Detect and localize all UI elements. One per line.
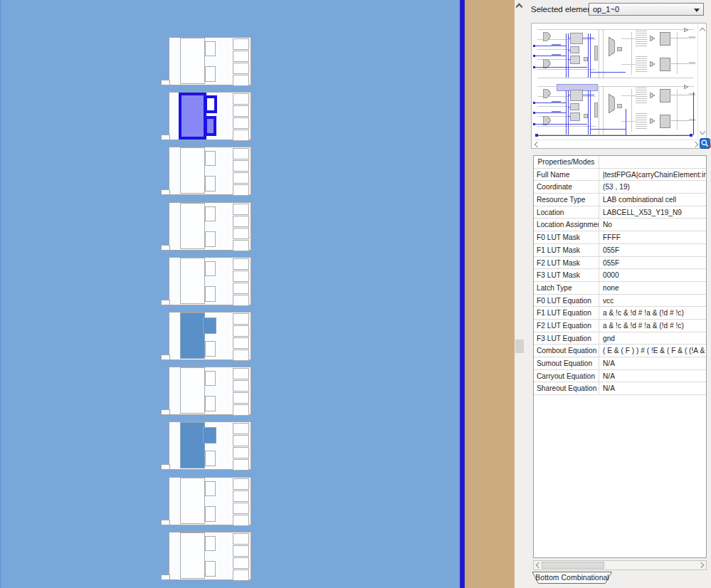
mid-upper-block[interactable] (203, 427, 216, 443)
scrollbar-thumb[interactable] (542, 562, 604, 569)
property-row[interactable]: F2 LUT Mask 055F (534, 257, 706, 270)
property-row[interactable]: Location Assignment No (534, 219, 706, 231)
register-block[interactable] (233, 228, 249, 239)
register-block[interactable] (233, 392, 249, 404)
mid-lower-block[interactable] (205, 561, 216, 577)
register-block[interactable] (233, 130, 249, 141)
register-block[interactable] (233, 105, 249, 117)
property-row[interactable]: Carryout Equation N/A (534, 370, 706, 383)
property-row[interactable]: Shareout Equation N/A (534, 382, 706, 395)
register-block[interactable] (233, 545, 249, 557)
register-block[interactable] (233, 459, 249, 471)
lut-block[interactable] (180, 258, 205, 304)
register-block[interactable] (233, 63, 249, 74)
lab-cell[interactable] (169, 202, 251, 251)
selected-elements-dropdown[interactable]: op_1~0 (589, 3, 704, 16)
lab-cell[interactable] (169, 367, 251, 415)
mid-upper-block[interactable] (204, 95, 217, 113)
register-block[interactable] (233, 557, 249, 569)
register-block[interactable] (233, 240, 249, 251)
lut-block[interactable] (180, 313, 205, 359)
mid-lower-block[interactable] (205, 451, 216, 466)
property-row[interactable]: F3 LUT Equation gnd (534, 332, 706, 345)
mid-lower-block[interactable] (205, 506, 216, 522)
lut-block[interactable] (180, 532, 205, 579)
register-block[interactable] (233, 380, 249, 392)
property-row[interactable]: Coordinate (53 , 19) (534, 181, 706, 194)
mid-upper-block[interactable] (205, 536, 216, 551)
register-block[interactable] (233, 435, 249, 446)
property-row[interactable]: Location LABCELL_X53_Y19_N9 (534, 206, 706, 219)
register-block[interactable] (233, 404, 249, 416)
property-row[interactable]: F0 LUT Mask FFFF (534, 231, 706, 244)
schematic-overview[interactable] (531, 23, 707, 149)
splitter-handle[interactable] (515, 340, 524, 353)
register-block[interactable] (233, 271, 249, 282)
mid-upper-block[interactable] (205, 261, 216, 276)
register-block[interactable] (233, 93, 249, 105)
register-block[interactable] (233, 368, 249, 379)
property-row[interactable]: Latch Type none (534, 282, 706, 295)
property-row[interactable]: Combout Equation ( E & ( F ) ) # ( !E & … (534, 345, 706, 357)
zoom-tool-icon[interactable] (700, 138, 711, 149)
mid-upper-block[interactable] (205, 151, 216, 166)
register-block[interactable] (233, 569, 249, 581)
mid-upper-block[interactable] (203, 317, 216, 334)
lut-block[interactable] (180, 203, 205, 249)
register-block[interactable] (233, 38, 249, 50)
mid-lower-block[interactable] (205, 66, 216, 82)
register-block[interactable] (233, 325, 249, 337)
mid-upper-block[interactable] (205, 206, 216, 221)
register-block[interactable] (233, 350, 249, 361)
register-block[interactable] (233, 216, 249, 227)
register-block[interactable] (233, 447, 249, 458)
lab-cell[interactable] (169, 92, 251, 140)
scroll-down-icon[interactable] (700, 129, 705, 135)
lab-cell[interactable] (169, 312, 251, 360)
lab-cell[interactable] (169, 477, 251, 525)
scroll-right-icon[interactable] (692, 142, 698, 147)
mid-lower-block[interactable] (205, 231, 216, 247)
register-block[interactable] (233, 258, 249, 270)
property-row[interactable]: F3 LUT Mask 0000 (534, 269, 706, 282)
lab-cell[interactable] (169, 37, 251, 85)
register-block[interactable] (233, 533, 249, 545)
register-block[interactable] (233, 75, 249, 86)
property-row[interactable]: F2 LUT Equation a & !c & !d # !a & (!d #… (534, 320, 706, 332)
horizontal-scrollbar[interactable] (533, 560, 707, 570)
register-block[interactable] (233, 313, 249, 325)
lab-cell[interactable] (169, 421, 251, 470)
register-block[interactable] (233, 423, 249, 434)
property-row[interactable]: Full Name |testFPGA|carryChainElement:in… (534, 169, 706, 182)
mid-upper-block[interactable] (205, 371, 216, 386)
mid-upper-block[interactable] (205, 41, 216, 56)
mid-lower-block[interactable] (204, 116, 216, 136)
mid-lower-block[interactable] (205, 286, 216, 302)
register-block[interactable] (233, 51, 249, 62)
lut-block[interactable] (180, 147, 205, 194)
property-row[interactable]: F0 LUT Equation vcc (534, 295, 706, 308)
property-row[interactable]: Sumout Equation N/A (534, 357, 706, 370)
register-block[interactable] (233, 184, 249, 196)
scroll-left-icon[interactable] (534, 142, 540, 147)
register-block[interactable] (233, 337, 249, 349)
scroll-left-icon[interactable] (536, 562, 542, 568)
register-block[interactable] (233, 160, 249, 172)
property-row[interactable]: Resource Type LAB combinational cell (534, 194, 706, 206)
register-block[interactable] (233, 295, 249, 306)
register-block[interactable] (233, 117, 249, 129)
lab-cell[interactable] (169, 532, 251, 580)
lut-block[interactable] (180, 38, 205, 84)
lut-block[interactable] (180, 367, 205, 414)
register-block[interactable] (233, 490, 249, 502)
lab-cell[interactable] (169, 257, 251, 305)
property-row[interactable]: F1 LUT Mask 055F (534, 244, 706, 257)
mid-lower-block[interactable] (205, 176, 216, 191)
register-block[interactable] (233, 283, 249, 294)
lut-block[interactable] (180, 422, 205, 468)
mid-upper-block[interactable] (205, 481, 216, 496)
mid-lower-block[interactable] (205, 396, 216, 411)
scroll-up-icon[interactable] (700, 28, 705, 33)
lut-block[interactable] (179, 93, 206, 140)
scroll-right-icon[interactable] (698, 562, 704, 568)
